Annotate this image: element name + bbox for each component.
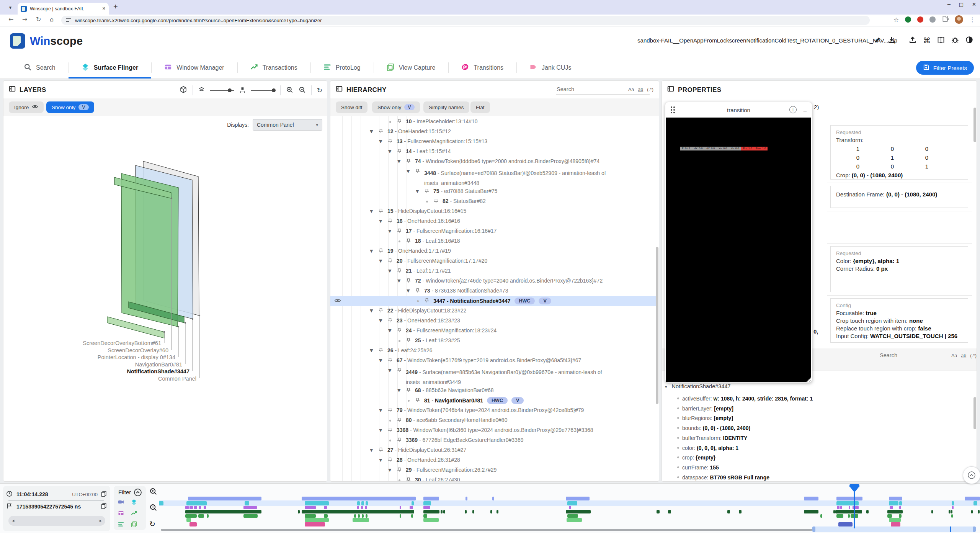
lines-filter-icon[interactable] xyxy=(118,521,124,529)
browser-tab[interactable]: Winscope | sandbox-FAIL ✕ xyxy=(18,3,109,15)
tab-view-capture[interactable]: View Capture xyxy=(374,57,449,78)
timeline-segment[interactable] xyxy=(566,510,591,513)
pin-icon[interactable] xyxy=(387,427,393,434)
pin-icon[interactable] xyxy=(424,298,430,304)
timeline-segment[interactable] xyxy=(362,514,364,518)
layer-label[interactable]: ScreenDecorOverlayBottom#61 xyxy=(83,340,161,346)
pin-icon[interactable] xyxy=(397,368,402,374)
tree-row[interactable]: 80 - ace6abb SecondaryHomeHandle0#80 xyxy=(330,415,656,425)
selection-scrollbar[interactable] xyxy=(973,397,976,429)
match-case-icon[interactable]: Aa xyxy=(628,87,634,92)
pin-icon[interactable] xyxy=(406,278,411,284)
tree-row[interactable]: ▼12 - OneHanded:15:15#12 xyxy=(330,127,656,137)
timeline-segment[interactable] xyxy=(836,514,843,518)
copy-icon[interactable] xyxy=(101,490,107,498)
expand-arrow-icon[interactable]: ▼ xyxy=(397,278,400,283)
filter-presets-button[interactable]: Filter Presets xyxy=(916,61,974,75)
timeline-segment[interactable] xyxy=(566,497,590,500)
pin-icon[interactable] xyxy=(378,348,384,354)
timeline-segment[interactable] xyxy=(899,506,901,509)
tree-row[interactable]: ▼3368 - WindowToken{f6b2f60 type=2024 an… xyxy=(330,425,656,435)
selection-root-row[interactable]: ▾ NotificationShade#3447 xyxy=(665,383,731,389)
pin-icon[interactable] xyxy=(406,338,411,344)
collapse-filter-icon[interactable] xyxy=(134,488,142,498)
window-filter-icon[interactable] xyxy=(118,510,124,518)
documentation-icon[interactable] xyxy=(937,36,945,45)
timeline-segment[interactable] xyxy=(186,518,191,522)
timeline-segment[interactable] xyxy=(848,514,850,518)
tree-row[interactable]: ▼75 - ed70f88 StatusBar#75 xyxy=(330,186,656,196)
tree-row[interactable]: ▼14 - Leaf:15:15#14 xyxy=(330,147,656,157)
tree-row[interactable]: 81 - NavigationBar0#81HWCV xyxy=(330,396,656,405)
timeline-segment[interactable] xyxy=(490,510,492,513)
copy-icon[interactable] xyxy=(101,503,107,510)
timeline-segment[interactable] xyxy=(186,501,207,505)
collapse-arrow-icon[interactable]: ▾ xyxy=(665,384,667,389)
properties-scrollbar[interactable] xyxy=(973,108,976,142)
layers-filter-icon[interactable] xyxy=(131,499,137,507)
layer-label[interactable]: Common Panel xyxy=(158,376,196,382)
pin-icon[interactable] xyxy=(387,318,393,324)
ignore-chip[interactable]: Ignore xyxy=(9,101,44,113)
timeline-segment[interactable] xyxy=(899,501,902,505)
pin-icon[interactable] xyxy=(397,149,402,155)
tree-row[interactable]: 82 - StatusBar#82 xyxy=(330,196,656,206)
pin-icon[interactable] xyxy=(387,139,393,145)
tree-row[interactable]: ▼68 - 885b63e NavigationBar0#68 xyxy=(330,386,656,396)
layers-3d-view[interactable] xyxy=(3,116,327,482)
pin-icon[interactable] xyxy=(387,358,393,364)
expand-arrow-icon[interactable]: ▼ xyxy=(379,428,382,433)
expand-arrow-icon[interactable]: ▼ xyxy=(407,169,410,174)
overlay-titlebar[interactable]: transition i _ xyxy=(665,102,812,118)
regex-icon[interactable]: (.*) xyxy=(647,87,653,92)
expand-timeline-button[interactable] xyxy=(963,466,980,484)
expand-arrow-icon[interactable]: ▼ xyxy=(397,159,400,164)
timeline-segment[interactable] xyxy=(838,522,853,526)
expand-arrow-icon[interactable]: ▼ xyxy=(370,249,373,253)
expand-arrow-icon[interactable]: ▼ xyxy=(388,268,391,273)
expand-arrow-icon[interactable]: ▼ xyxy=(388,368,391,373)
tab-window-manager[interactable]: Window Manager xyxy=(151,57,237,78)
home-icon[interactable]: ⌂ xyxy=(50,16,54,23)
forward-icon[interactable]: → xyxy=(22,16,27,23)
3d-view-icon[interactable] xyxy=(180,86,187,95)
pin-icon[interactable] xyxy=(378,129,384,135)
timeline-segment[interactable] xyxy=(978,510,980,513)
timeline-segment[interactable] xyxy=(361,506,363,509)
timeline-zoom-in-icon[interactable] xyxy=(149,487,157,497)
timeline-segment[interactable] xyxy=(423,510,439,513)
shortcuts-icon[interactable]: ⌘ xyxy=(923,36,931,45)
expand-arrow-icon[interactable]: ▼ xyxy=(388,328,391,333)
tree-row[interactable]: 30 - Leaf:26:27#30 xyxy=(330,475,656,482)
timeline-segment[interactable] xyxy=(971,510,973,513)
timeline-segment[interactable] xyxy=(668,510,671,513)
timeline-segment[interactable] xyxy=(890,506,893,509)
properties-search-input[interactable] xyxy=(879,352,951,361)
timeline-segment[interactable] xyxy=(354,514,356,518)
pin-icon[interactable] xyxy=(415,168,420,175)
selection-property-row[interactable]: blurRegions: [empty] xyxy=(677,415,733,421)
maximize-icon[interactable]: □ xyxy=(959,2,964,7)
tree-row[interactable]: 10 - ImePlaceholder:13:14#10 xyxy=(330,117,656,127)
timeline-segment[interactable] xyxy=(207,514,209,518)
tree-row[interactable]: ▼20 - FullscreenMagnification:17:17#20 xyxy=(330,256,656,266)
expand-arrow-icon[interactable]: ▼ xyxy=(370,129,373,134)
expand-arrow-icon[interactable]: ▼ xyxy=(370,448,373,453)
match-word-icon[interactable]: ab xyxy=(638,87,643,92)
timeline-segment[interactable] xyxy=(443,510,445,513)
hierarchy-search-input[interactable] xyxy=(556,86,628,95)
timeline-segment[interactable] xyxy=(965,497,980,500)
hierarchy-search[interactable]: Aaab(.*) xyxy=(556,86,650,95)
timeline-segment[interactable] xyxy=(952,506,954,509)
timeline-scrollbar[interactable] xyxy=(161,529,812,531)
upload-icon[interactable] xyxy=(909,36,916,45)
timeline-segment[interactable] xyxy=(324,506,327,509)
zoom-out-icon[interactable] xyxy=(299,86,306,95)
timeline-segment[interactable] xyxy=(159,501,163,505)
tab-transitions[interactable]: Transitions xyxy=(448,57,516,78)
timeline-segment[interactable] xyxy=(302,497,416,500)
layer-label[interactable]: NotificationShade#3447 xyxy=(127,368,189,374)
tree-row[interactable]: ▼67 - WindowToken{e5176f9 type=2019 andr… xyxy=(330,356,656,366)
tab-search-chevron-icon[interactable]: ▾ xyxy=(6,3,15,11)
pin-icon[interactable] xyxy=(415,288,420,294)
